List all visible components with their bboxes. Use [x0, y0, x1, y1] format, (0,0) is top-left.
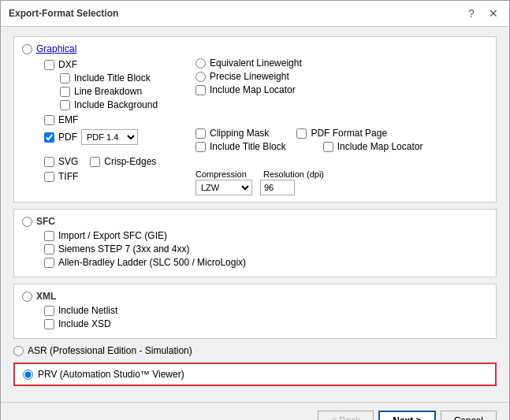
include-background-checkbox[interactable]: [60, 100, 70, 110]
clipping-mask-checkbox[interactable]: [195, 128, 206, 139]
emf-label[interactable]: EMF: [58, 114, 78, 125]
include-netlist-label[interactable]: Include Netlist: [58, 305, 117, 316]
title-bar: Export-Format Selection ? ✕: [1, 1, 509, 27]
include-xsd-checkbox[interactable]: [44, 319, 54, 329]
allen-bradley-label[interactable]: Allen-Bradley Ladder (SLC 500 / MicroLog…: [58, 257, 246, 268]
tiff-left: TIFF: [22, 169, 180, 184]
tiff-row: TIFF: [44, 171, 180, 182]
equivalent-lineweight-row: Equivalent Lineweight: [195, 58, 488, 69]
compression-label: Compression: [195, 169, 255, 179]
pdf-area: PDF PDF 1.4 Clipping Mask PDF Form: [22, 128, 488, 154]
tiff-label[interactable]: TIFF: [58, 171, 78, 182]
back-button[interactable]: < Back: [318, 411, 374, 420]
graphical-left-col: DXF Include Title Block Line Breakdown: [22, 58, 180, 113]
close-button[interactable]: ✕: [486, 6, 501, 21]
resolution-input[interactable]: [260, 180, 295, 195]
xml-options: Include Netlist Include XSD: [44, 305, 488, 329]
equivalent-lineweight-label[interactable]: Equivalent Lineweight: [210, 58, 302, 69]
sfc-section: SFC Import / Export SFC (GIE) Siemens ST…: [13, 209, 497, 277]
crisp-edges-checkbox[interactable]: [90, 157, 100, 167]
equivalent-lineweight-radio[interactable]: [195, 58, 206, 69]
graphical-label[interactable]: Graphical: [36, 43, 76, 54]
clipping-mask-label[interactable]: Clipping Mask: [210, 128, 269, 139]
include-title-block-label[interactable]: Include Title Block: [74, 72, 151, 84]
export-format-dialog: Export-Format Selection ? ✕ Graphical: [0, 0, 510, 420]
help-button[interactable]: ?: [463, 6, 479, 21]
line-breakdown-label[interactable]: Line Breakdown: [74, 86, 142, 97]
precise-lineweight-row: Precise Lineweight: [195, 71, 488, 82]
include-netlist-row: Include Netlist: [44, 305, 488, 316]
asr-label[interactable]: ASR (Professional Edition - Simulation): [28, 345, 192, 356]
svg-area: SVG Crisp-Edges: [22, 154, 488, 169]
compression-select[interactable]: LZW: [195, 180, 252, 195]
pdf-main-row: PDF PDF 1.4: [44, 129, 180, 145]
pdf-format-page-checkbox[interactable]: [296, 128, 307, 139]
include-title-block-checkbox[interactable]: [60, 73, 70, 84]
xml-label[interactable]: XML: [36, 291, 56, 302]
precise-lineweight-label[interactable]: Precise Lineweight: [210, 71, 289, 82]
allen-bradley-row: Allen-Bradley Ladder (SLC 500 / MicroLog…: [44, 257, 488, 268]
pdf-include-map-locator-checkbox[interactable]: [323, 142, 333, 152]
include-xsd-row: Include XSD: [44, 318, 488, 329]
sfc-options: Import / Export SFC (GIE) Siemens STEP 7…: [44, 230, 488, 268]
cancel-button[interactable]: Cancel: [441, 411, 497, 420]
siemens-row: Siemens STEP 7 (3xx and 4xx): [44, 243, 488, 255]
asr-section: ASR (Professional Edition - Simulation): [13, 345, 497, 356]
pdf-left: PDF PDF 1.4: [22, 128, 180, 147]
line-breakdown-checkbox[interactable]: [60, 87, 70, 97]
emf-checkbox[interactable]: [44, 115, 54, 125]
graphical-radio[interactable]: [22, 44, 32, 54]
precise-lineweight-radio[interactable]: [195, 72, 206, 82]
siemens-checkbox[interactable]: [44, 244, 54, 255]
import-export-sfc-checkbox[interactable]: [44, 231, 54, 241]
pdf-format-page-row: PDF Format Page: [296, 128, 387, 139]
dxf-checkbox[interactable]: [44, 60, 54, 70]
next-button[interactable]: Next >: [378, 411, 435, 420]
include-netlist-checkbox[interactable]: [44, 306, 54, 316]
line-breakdown-row: Line Breakdown: [60, 86, 180, 97]
prv-label[interactable]: PRV (Automation Studio™ Viewer): [38, 369, 184, 380]
graphical-radio-row: Graphical: [22, 43, 488, 54]
prv-section: PRV (Automation Studio™ Viewer): [13, 362, 497, 386]
siemens-label[interactable]: Siemens STEP 7 (3xx and 4xx): [58, 243, 190, 255]
dxf-row: DXF: [44, 59, 180, 70]
pdf-checkbox[interactable]: [44, 132, 54, 143]
sfc-radio[interactable]: [22, 217, 32, 227]
pdf-row: PDF PDF 1.4: [44, 129, 180, 145]
resolution-label: Resolution (dpi): [263, 169, 324, 179]
svg-checkbox[interactable]: [44, 157, 54, 167]
dxf-label[interactable]: DXF: [58, 59, 77, 70]
include-xsd-label[interactable]: Include XSD: [58, 318, 111, 329]
comp-res-inputs: LZW: [195, 180, 488, 195]
allen-bradley-checkbox[interactable]: [44, 258, 54, 268]
import-export-sfc-row: Import / Export SFC (GIE): [44, 230, 488, 241]
pdf-version-select[interactable]: PDF 1.4: [81, 129, 138, 145]
graphical-section: Graphical DXF Include Title Block: [13, 36, 497, 203]
pdf-include-title-block-label[interactable]: Include Title Block: [210, 141, 286, 152]
svg-label[interactable]: SVG: [58, 156, 78, 167]
pdf-label[interactable]: PDF: [58, 132, 77, 143]
dialog-footer: < Back Next > Cancel: [1, 402, 509, 420]
crisp-edges-row: Crisp-Edges: [90, 156, 156, 167]
pdf-include-title-block-row: Include Title Block Include Map Locator: [195, 141, 488, 152]
include-map-locator-row: Include Map Locator: [195, 84, 488, 95]
dialog-title: Export-Format Selection: [9, 8, 118, 19]
import-export-sfc-label[interactable]: Import / Export SFC (GIE): [58, 230, 167, 241]
asr-radio[interactable]: [13, 346, 24, 356]
clipping-mask-row: Clipping Mask PDF Format Page: [195, 128, 488, 139]
pdf-include-map-locator-label[interactable]: Include Map Locator: [337, 141, 423, 152]
tiff-checkbox[interactable]: [44, 172, 54, 182]
include-background-row: Include Background: [60, 99, 180, 110]
sfc-label[interactable]: SFC: [36, 216, 55, 227]
xml-radio[interactable]: [22, 292, 32, 302]
pdf-format-page-label[interactable]: PDF Format Page: [311, 128, 387, 139]
include-background-label[interactable]: Include Background: [74, 99, 158, 110]
prv-radio[interactable]: [23, 370, 33, 380]
include-map-locator-checkbox[interactable]: [195, 85, 206, 95]
crisp-edges-label[interactable]: Crisp-Edges: [104, 156, 156, 167]
include-map-locator-label[interactable]: Include Map Locator: [210, 84, 296, 95]
graphical-content: DXF Include Title Block Line Breakdown: [22, 58, 488, 113]
include-title-block-row: Include Title Block: [60, 72, 180, 84]
pdf-include-title-block-checkbox[interactable]: [195, 142, 206, 152]
dialog-title-area: Export-Format Selection: [9, 8, 118, 19]
